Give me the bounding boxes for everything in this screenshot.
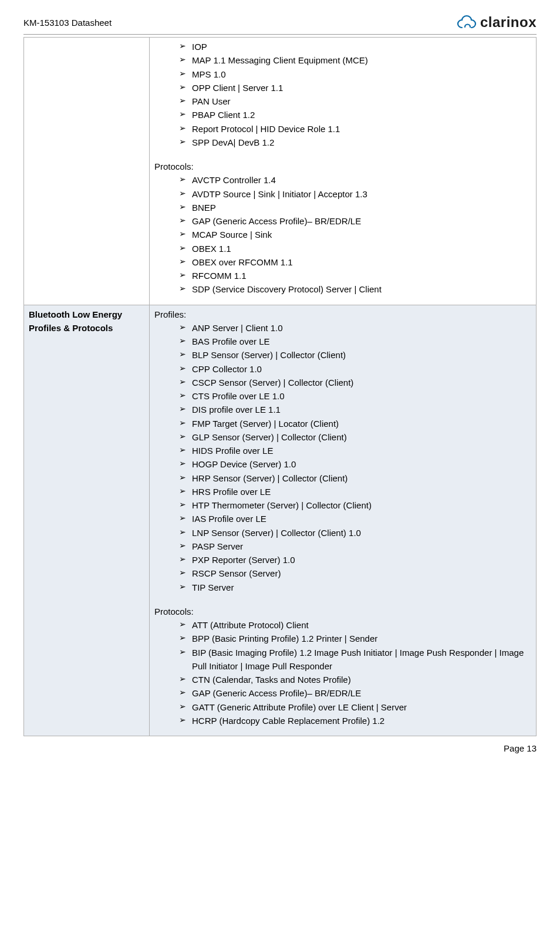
list-item: GAP (Generic Access Profile)– BR/EDR/LE	[179, 686, 531, 700]
spec-table: IOPMAP 1.1 Messaging Client Equipment (M…	[23, 37, 537, 736]
brand-logo: clarinox	[457, 14, 537, 31]
list-item: OBEX 1.1	[179, 242, 531, 255]
row-label: Bluetooth Low Energy Profiles & Protocol…	[24, 305, 150, 736]
page-number: Page 13	[504, 743, 537, 753]
list-item: PAN User	[179, 95, 531, 108]
section-heading: Profiles:	[154, 308, 531, 321]
list-item: Report Protocol | HID Device Role 1.1	[179, 122, 531, 136]
list-item: FMP Target (Server) | Locator (Client)	[179, 417, 531, 430]
list-item: CSCP Sensor (Server) | Collector (Client…	[179, 376, 531, 389]
list-item: HTP Thermometer (Server) | Collector (Cl…	[179, 498, 531, 512]
list-item: PASP Server	[179, 540, 531, 553]
list-item: HRP Sensor (Server) | Collector (Client)	[179, 471, 531, 485]
list-item: MAP 1.1 Messaging Client Equipment (MCE)	[179, 53, 531, 67]
list-item: DIS profile over LE 1.1	[179, 403, 531, 416]
list-item: GATT (Generic Attribute Profile) over LE…	[179, 700, 531, 714]
list-item: LNP Sensor (Server) | Collector (Client)…	[179, 526, 531, 540]
list-item: ANP Server | Client 1.0	[179, 321, 531, 335]
list-item: CPP Collector 1.0	[179, 362, 531, 376]
list-item: BNEP	[179, 201, 531, 214]
list-item: TIP Server	[179, 581, 531, 594]
list-item: OPP Client | Server 1.1	[179, 81, 531, 95]
section-heading: Protocols:	[154, 160, 531, 173]
bullet-list: ANP Server | Client 1.0BAS Profile over …	[154, 321, 531, 594]
list-item: SDP (Service Discovery Protocol) Server …	[179, 282, 531, 296]
row-label	[24, 38, 150, 305]
list-item: HIDS Profile over LE	[179, 444, 531, 457]
list-item: PBAP Client 1.2	[179, 108, 531, 122]
table-row: IOPMAP 1.1 Messaging Client Equipment (M…	[24, 38, 537, 305]
table-row: Bluetooth Low Energy Profiles & Protocol…	[24, 305, 537, 736]
list-item: BPP (Basic Printing Profile) 1.2 Printer…	[179, 632, 531, 645]
list-item: AVDTP Source | Sink | Initiator | Accept…	[179, 187, 531, 201]
row-content: IOPMAP 1.1 Messaging Client Equipment (M…	[150, 38, 537, 305]
list-item: RFCOMM 1.1	[179, 269, 531, 282]
page-header: KM-153103 Datasheet clarinox	[23, 14, 537, 35]
bullet-list: AVCTP Controller 1.4AVDTP Source | Sink …	[154, 173, 531, 296]
list-item: RSCP Sensor (Server)	[179, 567, 531, 580]
list-item: OBEX over RFCOMM 1.1	[179, 255, 531, 269]
list-item: GLP Sensor (Server) | Collector (Client)	[179, 430, 531, 444]
list-item: BLP Sensor (Server) | Collector (Client)	[179, 348, 531, 362]
list-item: MPS 1.0	[179, 68, 531, 81]
list-item: ATT (Attribute Protocol) Client	[179, 618, 531, 632]
list-item: HRS Profile over LE	[179, 485, 531, 498]
list-item: IAS Profile over LE	[179, 512, 531, 525]
list-item: AVCTP Controller 1.4	[179, 173, 531, 187]
row-content: Profiles: ANP Server | Client 1.0BAS Pro…	[150, 305, 537, 736]
list-item: IOP	[179, 40, 531, 53]
list-item: HOGP Device (Server) 1.0	[179, 457, 531, 471]
list-item: HCRP (Hardcopy Cable Replacement Profile…	[179, 714, 531, 727]
brand-name: clarinox	[480, 14, 537, 31]
list-item: BIP (Basic Imaging Profile) 1.2 Image Pu…	[179, 646, 531, 673]
section-heading: Protocols:	[154, 605, 531, 618]
list-item: SPP DevA| DevB 1.2	[179, 136, 531, 149]
doc-title: KM-153103 Datasheet	[23, 18, 112, 28]
list-item: GAP (Generic Access Profile)– BR/EDR/LE	[179, 214, 531, 228]
list-item: BAS Profile over LE	[179, 335, 531, 348]
list-item: PXP Reporter (Server) 1.0	[179, 553, 531, 567]
page-footer: Page 13	[23, 743, 537, 753]
bullet-list: ATT (Attribute Protocol) ClientBPP (Basi…	[154, 618, 531, 727]
list-item: CTS Profile over LE 1.0	[179, 389, 531, 403]
list-item: MCAP Source | Sink	[179, 228, 531, 241]
cloud-icon	[457, 15, 477, 30]
bullet-list: IOPMAP 1.1 Messaging Client Equipment (M…	[154, 40, 531, 149]
list-item: CTN (Calendar, Tasks and Notes Profile)	[179, 673, 531, 686]
